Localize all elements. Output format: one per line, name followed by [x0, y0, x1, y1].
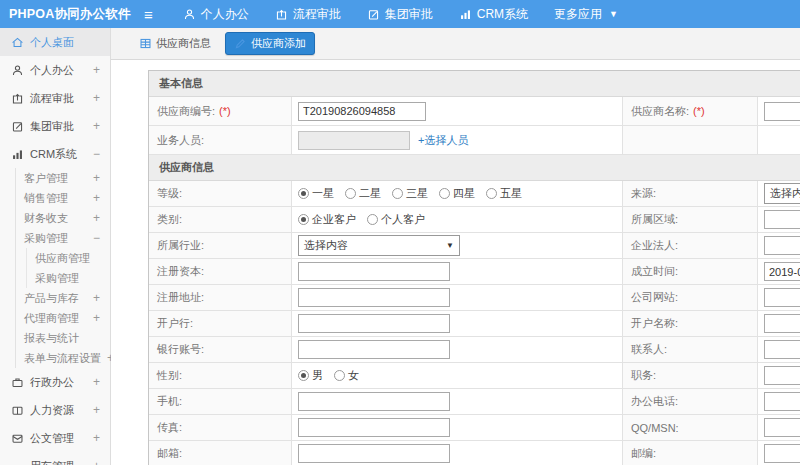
hamburger-menu-icon[interactable]: ≡: [144, 7, 153, 22]
position-label: 职务:: [623, 363, 758, 388]
select-staff-link[interactable]: +选择人员: [418, 133, 468, 148]
registered-capital-input[interactable]: [298, 262, 450, 281]
bar-chart-icon: [459, 8, 472, 21]
bank-account-input[interactable]: [298, 340, 450, 359]
expand-icon: +: [93, 311, 100, 325]
qq-msn-input[interactable]: [764, 418, 800, 437]
website-input[interactable]: [764, 288, 800, 307]
sidebar-item-label: 流程审批: [30, 91, 74, 106]
nav-personal-office[interactable]: 个人办公: [183, 6, 249, 23]
sidebar-item-label: 用车管理: [30, 459, 74, 465]
gender-radio-male[interactable]: 男: [298, 368, 323, 383]
expand-icon: +: [93, 403, 100, 417]
zip-input[interactable]: [764, 444, 800, 463]
sidebar-item-customer-mgmt[interactable]: 客户管理 +: [16, 168, 110, 188]
radio-icon: [334, 370, 345, 381]
fax-input[interactable]: [298, 418, 450, 437]
industry-select[interactable]: 选择内容 ▼: [298, 235, 460, 256]
source-select[interactable]: 选择内容 ▼: [764, 183, 800, 204]
account-name-input[interactable]: [764, 314, 800, 333]
sidebar-item-personal-desktop[interactable]: 个人桌面: [0, 28, 110, 56]
required-mark: (*): [219, 105, 231, 117]
sidebar-item-workflow-approval[interactable]: 流程审批 +: [0, 84, 110, 112]
region-input[interactable]: [764, 210, 800, 229]
sidebar-item-label: 个人办公: [30, 63, 74, 78]
office-phone-input[interactable]: [764, 392, 800, 411]
expand-icon: +: [93, 211, 100, 225]
level-radio-4star[interactable]: 四星: [439, 186, 475, 201]
form-row: 类别: 企业客户 个人客户 所属区域:: [149, 207, 800, 233]
sidebar-item-purchase-mgmt-sub[interactable]: 采购管理: [27, 268, 110, 288]
contact-input[interactable]: [764, 340, 800, 359]
gender-radio-female[interactable]: 女: [334, 368, 359, 383]
form-row: 传真: QQ/MSN:: [149, 415, 800, 441]
staff-input[interactable]: [298, 131, 410, 150]
edit-icon: [367, 8, 380, 21]
sidebar-item-admin-office[interactable]: 行政办公 +: [0, 368, 110, 396]
bank-label: 开户行:: [149, 311, 292, 336]
sidebar-item-label: 采购管理: [24, 231, 68, 246]
category-radio-company[interactable]: 企业客户: [298, 212, 356, 227]
radio-icon: [439, 188, 450, 199]
sidebar-item-agent-mgmt[interactable]: 代理商管理 +: [16, 308, 110, 328]
home-icon: [11, 36, 24, 49]
position-input[interactable]: [764, 366, 800, 385]
level-radio-5star[interactable]: 五星: [486, 186, 522, 201]
nav-group-approval[interactable]: 集团审批: [367, 6, 433, 23]
sidebar-item-supplier-mgmt[interactable]: 供应商管理: [27, 248, 110, 268]
tab-supplier-info[interactable]: 供应商信息: [133, 33, 217, 54]
legal-person-input[interactable]: [764, 236, 800, 255]
mobile-input[interactable]: [298, 392, 450, 411]
sidebar-item-document-mgmt[interactable]: 公文管理 +: [0, 424, 110, 452]
topbar: PHPOA协同办公软件 ≡ 个人办公 流程审批 集团审批 CRM系统 更多应用 …: [0, 0, 800, 28]
purchase-submenu: 供应商管理 采购管理: [26, 248, 110, 288]
bank-input[interactable]: [298, 314, 450, 333]
sidebar-item-product-inventory[interactable]: 产品与库存 +: [16, 288, 110, 308]
nav-label: 个人办公: [201, 6, 249, 23]
sidebar-item-crm-system[interactable]: CRM系统 −: [0, 140, 110, 168]
nav-crm-system[interactable]: CRM系统: [459, 6, 528, 23]
sidebar-item-vehicle-mgmt[interactable]: 用车管理 +: [0, 452, 110, 465]
caret-down-icon: ▼: [609, 9, 618, 19]
tab-supplier-add[interactable]: 供应商添加: [225, 32, 315, 55]
sidebar-item-label: CRM系统: [30, 147, 77, 162]
sidebar-item-reports[interactable]: 报表与统计: [16, 328, 110, 348]
app-logo: PHPOA协同办公软件: [0, 6, 112, 23]
bank-account-label: 银行账号:: [149, 337, 292, 362]
radio-checked-icon: [298, 370, 309, 381]
registered-address-input[interactable]: [298, 288, 450, 307]
form-row: 手机: 办公电话:: [149, 389, 800, 415]
account-name-label: 开户名称:: [623, 311, 758, 336]
sidebar-item-group-approval[interactable]: 集团审批 +: [0, 112, 110, 140]
level-radio-1star[interactable]: 一星: [298, 186, 334, 201]
industry-label: 所属行业:: [149, 233, 292, 258]
nav-more-apps[interactable]: 更多应用 ▼: [554, 6, 618, 23]
sidebar-item-form-flow-settings[interactable]: 表单与流程设置 +: [16, 348, 110, 368]
supplier-name-input[interactable]: [764, 102, 800, 121]
supplier-code-input[interactable]: [298, 102, 426, 121]
email-label: 邮箱:: [149, 441, 292, 465]
category-radio-personal[interactable]: 个人客户: [367, 212, 425, 227]
email-input[interactable]: [298, 444, 450, 463]
level-radio-2star[interactable]: 二星: [345, 186, 381, 201]
nav-workflow-approval[interactable]: 流程审批: [275, 6, 341, 23]
sidebar-item-sales-mgmt[interactable]: 销售管理 +: [16, 188, 110, 208]
level-radio-3star[interactable]: 三星: [392, 186, 428, 201]
sidebar-item-label: 销售管理: [24, 191, 68, 206]
category-label: 类别:: [149, 207, 292, 232]
founded-date-input[interactable]: [764, 262, 800, 281]
sidebar-item-label: 采购管理: [35, 271, 79, 286]
envelope-icon: [11, 432, 24, 445]
sidebar-item-purchase-mgmt[interactable]: 采购管理 −: [16, 228, 110, 248]
sidebar-item-label: 财务收支: [24, 211, 68, 226]
level-label: 等级:: [149, 181, 292, 206]
staff-label: 业务人员:: [149, 126, 292, 154]
sidebar-item-personal-office[interactable]: 个人办公 +: [0, 56, 110, 84]
website-label: 公司网站:: [623, 285, 758, 310]
sidebar-item-hr[interactable]: 人力资源 +: [0, 396, 110, 424]
expand-icon: +: [93, 91, 100, 105]
sidebar-item-finance[interactable]: 财务收支 +: [16, 208, 110, 228]
empty-label: [623, 126, 758, 154]
main-area: 供应商信息 供应商添加 基本信息 供应商编号: (*): [111, 28, 800, 465]
level-radio-group: 一星 二星 三星 四星 五星: [298, 186, 522, 201]
